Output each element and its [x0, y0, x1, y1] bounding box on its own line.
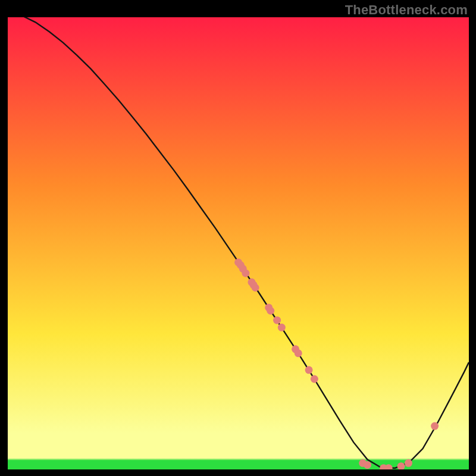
data-point-marker: [267, 307, 274, 315]
bottleneck-chart: [8, 17, 469, 469]
data-point-marker: [405, 459, 412, 467]
gradient-background: [8, 17, 469, 469]
data-point-marker: [252, 284, 259, 292]
data-point-marker: [242, 270, 249, 277]
data-point-marker: [364, 461, 371, 469]
data-point-marker: [295, 349, 302, 357]
chart-container: TheBottleneck.com: [0, 0, 476, 476]
data-point-marker: [278, 324, 286, 331]
data-point-marker: [311, 375, 318, 383]
data-point-marker: [431, 422, 439, 430]
data-point-marker: [305, 366, 313, 374]
data-point-marker: [273, 317, 281, 324]
attribution-label: TheBottleneck.com: [345, 2, 468, 18]
